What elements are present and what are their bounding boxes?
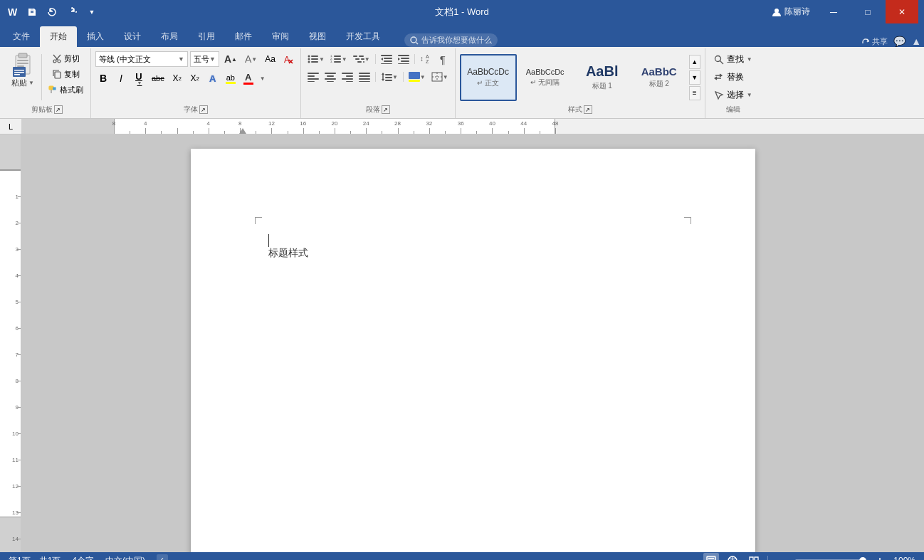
save-qat-button[interactable]	[24, 4, 40, 20]
minimize-button[interactable]: ─	[817, 0, 850, 23]
copy-button[interactable]: 复制	[45, 67, 86, 81]
tab-home[interactable]: 开始	[40, 26, 77, 47]
style-heading2[interactable]: AaBbC 标题 2	[631, 54, 688, 101]
status-bar: 第1页，共1页 4个字 中文(中国) ✓ 100%	[0, 552, 924, 560]
paste-button[interactable]: 粘贴 ▼	[7, 51, 38, 91]
tab-developer[interactable]: 开发工具	[336, 26, 390, 47]
zoom-thumb[interactable]	[859, 557, 866, 560]
line-spacing-button[interactable]: ▼	[379, 69, 400, 85]
clear-format-button[interactable]: A	[280, 51, 296, 67]
align-right-button[interactable]	[340, 69, 355, 85]
styles-scroll-down[interactable]: ▼	[689, 70, 700, 85]
collapse-ribbon-button[interactable]: ▲	[911, 36, 921, 47]
zoom-out-button[interactable]	[774, 553, 789, 560]
show-marks-button[interactable]: ¶	[435, 51, 451, 67]
tell-me-box[interactable]: 告诉我你想要做什么	[404, 33, 498, 47]
multilevel-list-button[interactable]: ▼	[351, 51, 372, 67]
restore-button[interactable]: □	[851, 0, 884, 23]
para-sep2	[414, 54, 415, 64]
tab-insert[interactable]: 插入	[77, 26, 114, 47]
justify-button[interactable]	[357, 69, 372, 85]
style-nospace[interactable]: AaBbCcDc ↵ 无间隔	[517, 54, 574, 101]
tab-design[interactable]: 设计	[114, 26, 151, 47]
superscript-button[interactable]: X2	[187, 70, 203, 86]
styles-scroll-up[interactable]: ▲	[689, 55, 700, 69]
sort-button[interactable]: ↕AZ	[418, 51, 434, 67]
svg-point-83	[715, 56, 720, 61]
tab-stop-marker[interactable]	[239, 128, 246, 134]
find-button[interactable]: 查找 ▼	[710, 51, 757, 68]
web-view-button[interactable]	[725, 553, 740, 560]
cut-button[interactable]: 剪切	[45, 51, 86, 65]
font-size-select[interactable]: 五号 ▼	[190, 51, 219, 67]
word-count: 4个字	[72, 555, 94, 561]
styles-more-button[interactable]: ≡	[689, 86, 700, 100]
highlight-color-button[interactable]: ab	[223, 70, 238, 86]
numbering-button[interactable]: 1.2.3. ▼	[328, 51, 350, 67]
style-h1-label: 标题 1	[592, 81, 612, 91]
increase-font-size-button[interactable]: A▲	[221, 51, 240, 67]
font-color-button[interactable]: A	[241, 70, 256, 86]
font-group-content: 等线 (中文正文 ▼ 五号 ▼ A▲ A▼ Aa A B	[95, 51, 296, 103]
font-name-select[interactable]: 等线 (中文正文 ▼	[95, 51, 188, 67]
format-painter-button[interactable]: 格式刷	[45, 83, 86, 97]
tab-references[interactable]: 引用	[188, 26, 225, 47]
zoom-in-button[interactable]	[872, 553, 888, 560]
align-left-button[interactable]	[305, 69, 321, 85]
strikethrough-button[interactable]: abc	[149, 70, 167, 86]
align-center-button[interactable]	[322, 69, 338, 85]
styles-group-content: AaBbCcDc ↵ 正文 AaBbCcDc ↵ 无间隔 AaBl 标题 1	[460, 51, 700, 103]
comments-button[interactable]: 💬	[893, 36, 905, 47]
document-area[interactable]: 标题样式	[21, 134, 924, 552]
redo-qat-button[interactable]	[64, 4, 80, 20]
subscript-button[interactable]: X2	[169, 70, 185, 86]
style-heading1[interactable]: AaBl 标题 1	[574, 54, 631, 101]
style-normal[interactable]: AaBbCcDc ↵ 正文	[460, 54, 517, 101]
customize-qat-button[interactable]: ▼	[84, 4, 100, 20]
clipboard-expand[interactable]: ↗	[54, 105, 63, 114]
tab-mailings[interactable]: 邮件	[225, 26, 262, 47]
replace-button[interactable]: 替换	[710, 69, 748, 85]
svg-rect-51	[398, 63, 409, 64]
document-page[interactable]: 标题样式	[191, 149, 755, 552]
shading-button[interactable]: ▼	[406, 69, 428, 85]
select-button[interactable]: 选择 ▼	[710, 87, 757, 103]
svg-rect-48	[398, 55, 409, 56]
increase-indent-button[interactable]	[396, 51, 411, 67]
zoom-level[interactable]: 100%	[893, 556, 915, 560]
bullets-button[interactable]: ▼	[305, 51, 327, 67]
ruler-area: L 844812162024283236404448	[0, 119, 924, 134]
borders-button[interactable]: ▼	[429, 69, 451, 85]
share-button[interactable]: 共享	[861, 36, 888, 47]
font-style-row: B I U ▼ abc X2 X2 A ab	[95, 70, 267, 86]
svg-rect-40	[359, 56, 364, 57]
title-right: 陈丽诗 ─ □ ✕	[766, 0, 918, 23]
underline-button[interactable]: U ▼	[131, 70, 147, 86]
change-case-button[interactable]: Aa	[262, 51, 278, 67]
tab-view[interactable]: 视图	[299, 26, 336, 47]
paragraph-expand[interactable]: ↗	[382, 105, 390, 114]
styles-expand[interactable]: ↗	[584, 105, 592, 114]
svg-rect-45	[384, 60, 392, 62]
print-view-button[interactable]	[703, 553, 719, 560]
close-button[interactable]: ✕	[886, 0, 918, 23]
user-account[interactable]: 陈丽诗	[766, 6, 816, 18]
font-expand[interactable]: ↗	[199, 105, 208, 114]
svg-rect-20	[55, 72, 61, 78]
tab-review[interactable]: 审阅	[262, 26, 299, 47]
font-color-dropdown[interactable]: ▼	[258, 70, 267, 86]
italic-button[interactable]: I	[113, 70, 129, 86]
svg-marker-73	[382, 73, 384, 75]
text-effects-button[interactable]: A	[205, 70, 221, 86]
svg-point-25	[308, 56, 310, 58]
decrease-font-size-button[interactable]: A▼	[242, 51, 260, 67]
svg-rect-60	[325, 73, 336, 74]
tab-file[interactable]: 文件	[3, 26, 40, 47]
svg-rect-58	[308, 78, 319, 80]
bold-button[interactable]: B	[95, 70, 111, 86]
undo-qat-button[interactable]	[44, 4, 60, 20]
ruler-l-button[interactable]: L	[0, 119, 21, 134]
tab-layout[interactable]: 布局	[151, 26, 188, 47]
decrease-indent-button[interactable]	[379, 51, 394, 67]
read-view-button[interactable]	[746, 553, 762, 560]
